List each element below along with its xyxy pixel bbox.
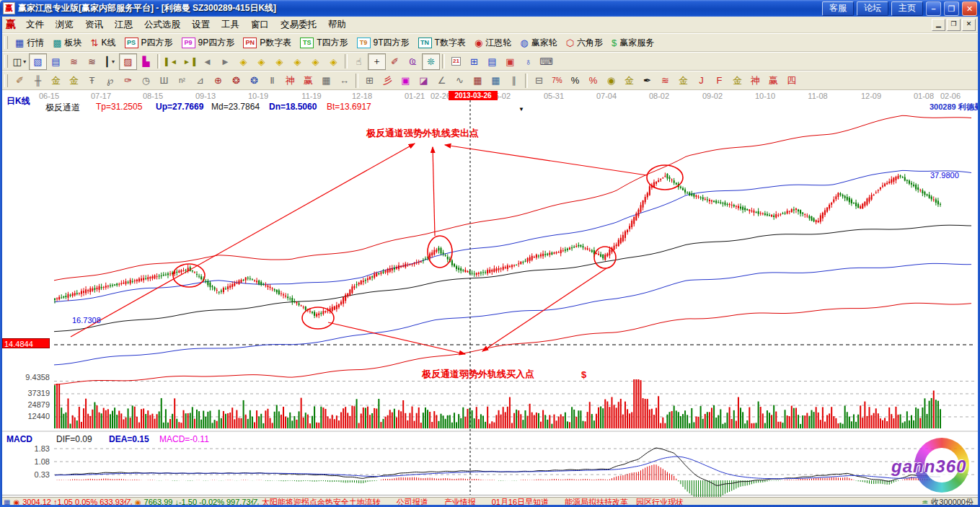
region-map-button[interactable]: ▨: [119, 53, 137, 70]
knife-tool[interactable]: ✐: [11, 72, 29, 89]
last-page-button[interactable]: ►▐: [180, 53, 198, 70]
percent-line-tool[interactable]: %: [584, 72, 602, 89]
gold-under-tool[interactable]: 金: [674, 72, 692, 89]
wave-box-tool[interactable]: ≋: [656, 72, 674, 89]
web-red-tool[interactable]: ❂: [227, 72, 245, 89]
mirror-angle-tool[interactable]: ⊿: [191, 72, 209, 89]
t-number-table-button[interactable]: TNT数字表: [414, 37, 470, 49]
wave-tool[interactable]: ∿: [451, 72, 469, 89]
ying-tool[interactable]: 赢: [299, 72, 317, 89]
gann-wheel-button[interactable]: ◉江恩轮: [470, 37, 516, 49]
shen-tool[interactable]: 神: [281, 72, 299, 89]
brush-tool[interactable]: ✑: [119, 72, 137, 89]
dense-grid-red-tool[interactable]: ▦: [469, 72, 487, 89]
histogram-button[interactable]: ▙: [137, 53, 155, 70]
title-bar[interactable]: 赢 赢家江恩专业版[赢家内部服务平台] - [利德曼 SZ300289-415日…: [0, 0, 980, 17]
toolbar-grip[interactable]: [4, 55, 8, 68]
web-blue-tool[interactable]: ❂: [245, 72, 263, 89]
p-number-table-button[interactable]: PNP数字表: [239, 37, 296, 49]
diamond-left-button[interactable]: ◈: [234, 53, 252, 70]
gold-grid-tool[interactable]: 金: [47, 72, 65, 89]
menu-item-0[interactable]: 文件: [20, 18, 50, 31]
span-arrow-tool[interactable]: ↔: [335, 72, 353, 89]
gold-circle-tool[interactable]: ◉: [602, 72, 620, 89]
diamond-cross-button[interactable]: ◈: [306, 53, 325, 70]
diamond-h-button[interactable]: ◈: [270, 53, 288, 70]
j-angle-tool[interactable]: J: [692, 72, 710, 89]
mdi-minimize-button[interactable]: ▁: [932, 19, 945, 31]
toolbar-grip[interactable]: [4, 74, 8, 87]
minimize-button[interactable]: –: [926, 1, 941, 16]
cycle-clock-tool[interactable]: ◷: [137, 72, 155, 89]
mdi-restore-button[interactable]: ❐: [947, 19, 961, 31]
ying-angle-tool[interactable]: 赢: [764, 72, 782, 89]
time-grid-tool[interactable]: ╫: [29, 72, 47, 89]
menu-item-2[interactable]: 资讯: [79, 18, 109, 31]
hatch-tool[interactable]: ∥: [505, 72, 523, 89]
remote-pc-button[interactable]: ⌨: [537, 53, 555, 70]
t-square-button[interactable]: TST四方形: [296, 37, 352, 49]
calendar-button[interactable]: 21: [447, 53, 465, 70]
trend-angle-tool[interactable]: ∠: [433, 72, 451, 89]
axis-grid-tool[interactable]: ⊞: [361, 72, 379, 89]
p-square-button[interactable]: PSP四方形: [120, 37, 177, 49]
tag-tool-button[interactable]: Ҩ: [404, 53, 422, 70]
gann-note-tool[interactable]: Ⅱ: [263, 72, 281, 89]
fibo-f-tool[interactable]: Ŧ: [83, 72, 101, 89]
crosshair-tool-button[interactable]: ＋: [368, 53, 386, 70]
titlebar-link-forum[interactable]: 论坛: [857, 1, 888, 16]
quotes-button[interactable]: ▦行情: [11, 37, 48, 49]
zoom-region-button[interactable]: ▧: [29, 53, 47, 70]
mdi-close-button[interactable]: ✕: [962, 19, 976, 31]
first-page-button[interactable]: ▌◄: [162, 53, 180, 70]
hand-tool-button[interactable]: ☝: [350, 53, 368, 70]
pen-flag-tool[interactable]: ✒: [638, 72, 656, 89]
menu-item-8[interactable]: 交易委托: [275, 18, 322, 31]
menu-item-9[interactable]: 帮助: [322, 18, 352, 31]
kline-button[interactable]: ⇅K线: [87, 37, 120, 49]
close-button[interactable]: ✕: [962, 1, 977, 16]
menu-item-4[interactable]: 公式选股: [138, 18, 186, 31]
percent-tool[interactable]: %: [566, 72, 584, 89]
web-info-button[interactable]: ♁: [519, 53, 537, 70]
si-angle-tool[interactable]: 四: [782, 72, 800, 89]
save-button[interactable]: ▣: [501, 53, 519, 70]
f-angle-tool[interactable]: F: [710, 72, 728, 89]
gold-line-tool[interactable]: 金: [620, 72, 638, 89]
diamond-all-button[interactable]: ◈: [325, 53, 343, 70]
shen-angle-tool[interactable]: 神: [746, 72, 764, 89]
menu-item-3[interactable]: 江恩: [109, 18, 138, 31]
fan-box-tool[interactable]: ◪: [415, 72, 433, 89]
next-button[interactable]: ►: [216, 53, 234, 70]
nine-t-square-button[interactable]: T99T四方形: [353, 37, 414, 49]
kline-chart-area[interactable]: 06-1507-1708-1509-1310-1911-1912-1801-21…: [2, 90, 978, 497]
calculator-button[interactable]: ⊞: [465, 53, 483, 70]
magenta-box-tool[interactable]: ▣: [397, 72, 415, 89]
percent-red-tool[interactable]: 7%: [548, 72, 566, 89]
menu-item-7[interactable]: 窗口: [245, 18, 275, 31]
comb-tool[interactable]: Ш: [155, 72, 173, 89]
prev-button[interactable]: ◄: [198, 53, 216, 70]
winner-wheel-button[interactable]: ◍赢家轮: [516, 37, 561, 49]
grid-123-tool[interactable]: ▦: [317, 72, 335, 89]
percent-hist-tool[interactable]: ⊟: [530, 72, 548, 89]
spiral-tool[interactable]: ℘: [101, 72, 119, 89]
titlebar-link-service[interactable]: 客服: [822, 1, 854, 16]
diamond-v-button[interactable]: ◈: [288, 53, 306, 70]
titlebar-link-home[interactable]: 主页: [891, 1, 923, 16]
menu-item-6[interactable]: 工具: [216, 18, 245, 31]
toolbar-grip[interactable]: [4, 36, 8, 49]
fan-lines-tool[interactable]: 彡: [379, 72, 397, 89]
gold-grid2-tool[interactable]: 金: [65, 72, 83, 89]
restore-button[interactable]: ❐: [944, 1, 959, 16]
n-square-tool[interactable]: n²: [173, 72, 191, 89]
info-panel-button[interactable]: ▤: [47, 53, 65, 70]
menu-item-5[interactable]: 设置: [186, 18, 216, 31]
diamond-right-button[interactable]: ◈: [252, 53, 270, 70]
circle-target-tool[interactable]: ⊕: [209, 72, 227, 89]
winner-service-button[interactable]: $赢家服务: [607, 37, 658, 49]
lasso-tool-button[interactable]: ✐: [386, 53, 404, 70]
bar-width-dropdown[interactable]: ┃▼: [101, 53, 119, 70]
compress-9-button[interactable]: ≋: [83, 53, 101, 70]
notepad-button[interactable]: ▤: [483, 53, 501, 70]
